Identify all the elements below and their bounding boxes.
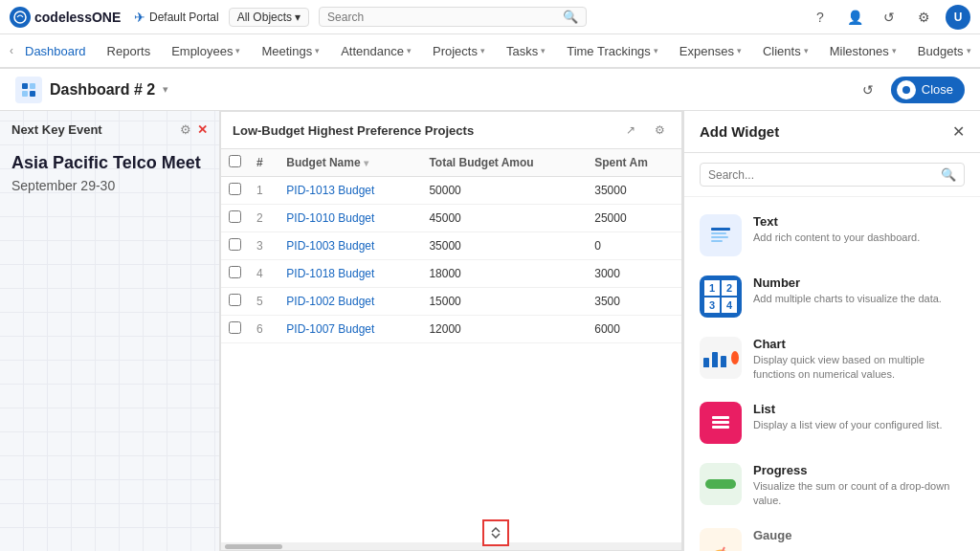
gauge-widget-title: Gauge xyxy=(753,528,791,542)
widget-item-gauge[interactable]: Gauge xyxy=(684,518,980,551)
widget-item-text[interactable]: Text Add rich content to your dashboard. xyxy=(684,205,980,266)
title-chevron-icon[interactable]: ▾ xyxy=(163,83,168,96)
row-checkbox[interactable] xyxy=(229,321,241,334)
table-external-link-icon[interactable]: ↗ xyxy=(620,120,641,141)
svg-rect-4 xyxy=(30,91,35,97)
table-row: 4 PID-1018 Budget 18000 3000 xyxy=(221,260,681,288)
close-panel-button[interactable]: ✕ xyxy=(952,122,965,141)
nav-label-tasks: Tasks xyxy=(506,44,538,58)
scrollbar-thumb[interactable] xyxy=(225,544,282,549)
help-icon[interactable]: ? xyxy=(808,5,833,30)
event-name: Asia Pacific Telco Meet xyxy=(11,152,208,174)
widget-list: Text Add rich content to your dashboard.… xyxy=(684,197,980,551)
widget-item-number[interactable]: 12 34 Number Add multiple charts to visu… xyxy=(684,266,980,327)
nav-item-projects[interactable]: Projects ▾ xyxy=(423,34,495,69)
number-widget-desc: Add multiple charts to visualize the dat… xyxy=(753,292,942,306)
refresh-button[interactable]: ↺ xyxy=(855,77,881,103)
nav-item-expenses[interactable]: Expenses ▾ xyxy=(670,34,751,69)
nav-left-arrow[interactable]: ‹ xyxy=(10,34,13,68)
logo-text: codelessONE xyxy=(34,10,121,25)
widget-item-chart[interactable]: Chart Display quick view based on multip… xyxy=(684,327,980,392)
budget-link[interactable]: PID-1010 Budget xyxy=(286,211,374,225)
logo-icon xyxy=(10,7,31,28)
table-gear-icon[interactable]: ⚙ xyxy=(649,120,670,141)
search-bar[interactable]: 🔍 xyxy=(319,7,587,27)
table-row: 1 PID-1013 Budget 50000 35000 xyxy=(221,177,681,205)
svg-rect-6 xyxy=(711,232,726,234)
row-total: 35000 xyxy=(421,232,587,260)
table-widget-title: Low-Budget Highest Preference Projects xyxy=(233,123,612,138)
row-spent: 35000 xyxy=(587,177,681,205)
nav-item-dashboard[interactable]: Dashboard xyxy=(15,34,96,69)
nav-item-timetrackings[interactable]: Time Trackings ▾ xyxy=(557,34,668,69)
budget-link[interactable]: PID-1013 Budget xyxy=(286,184,374,197)
add-widget-header: Add Widget ✕ xyxy=(684,111,980,153)
row-checkbox[interactable] xyxy=(229,294,241,306)
budget-table: # Budget Name ▾ Total Budget Amou Spent … xyxy=(221,149,681,343)
row-total: 50000 xyxy=(421,177,587,205)
widget-item-progress[interactable]: Progress Visualize the sum or count of a… xyxy=(684,453,980,518)
left-widget-gear-icon[interactable]: ⚙ xyxy=(180,122,191,137)
row-spent: 3000 xyxy=(587,260,681,288)
progress-widget-info: Progress Visualize the sum or count of a… xyxy=(753,463,965,509)
chevron-down-icon: ▾ xyxy=(407,46,412,55)
objects-label: All Objects xyxy=(237,11,292,24)
text-widget-icon xyxy=(700,214,742,256)
user-icon[interactable]: 👤 xyxy=(842,5,867,30)
add-widget-title: Add Widget xyxy=(700,123,779,140)
widget-search-field[interactable] xyxy=(708,168,935,182)
budget-link[interactable]: PID-1007 Budget xyxy=(286,322,374,336)
row-budget-name: PID-1010 Budget xyxy=(278,205,421,232)
avatar[interactable]: U xyxy=(946,5,970,30)
row-num: 2 xyxy=(249,205,278,232)
row-checkbox[interactable] xyxy=(229,183,241,195)
nav-item-clients[interactable]: Clients ▾ xyxy=(753,34,818,69)
budget-link[interactable]: PID-1002 Budget xyxy=(286,295,374,308)
widget-search-input[interactable]: 🔍 xyxy=(700,163,965,187)
widget-item-list[interactable]: List Display a list view of your configu… xyxy=(684,392,980,453)
row-checkbox[interactable] xyxy=(229,238,241,251)
resize-handle[interactable] xyxy=(482,519,509,546)
settings-icon[interactable]: ⚙ xyxy=(911,5,936,30)
history-icon[interactable]: ↺ xyxy=(877,5,902,30)
portal-button[interactable]: ✈ Default Portal xyxy=(134,10,219,25)
widget-search: 🔍 xyxy=(684,153,980,197)
chevron-down-icon: ▾ xyxy=(804,46,809,55)
nav-item-employees[interactable]: Employees ▾ xyxy=(162,34,250,69)
table-widget: Low-Budget Highest Preference Projects ↗… xyxy=(220,111,682,551)
svg-rect-7 xyxy=(711,236,728,238)
chevron-down-icon: ▾ xyxy=(235,46,240,55)
portal-icon: ✈ xyxy=(134,10,145,25)
chart-widget-title: Chart xyxy=(753,337,965,351)
center-panel: Low-Budget Highest Preference Projects ↗… xyxy=(220,111,683,551)
search-icon: 🔍 xyxy=(563,10,578,24)
nav-item-reports[interactable]: Reports xyxy=(98,34,161,69)
close-button[interactable]: Close xyxy=(891,77,965,103)
nav-item-budgets[interactable]: Budgets ▾ xyxy=(908,34,980,69)
svg-rect-1 xyxy=(22,83,28,89)
nav-label-employees: Employees xyxy=(171,44,233,58)
number-grid: 12 34 xyxy=(701,276,741,317)
chevron-down-icon: ▾ xyxy=(967,46,971,55)
search-input[interactable] xyxy=(327,11,563,24)
nav-item-attendance[interactable]: Attendance ▾ xyxy=(331,34,421,69)
table-wrap: # Budget Name ▾ Total Budget Amou Spent … xyxy=(221,149,681,542)
progress-widget-desc: Visualize the sum or count of a drop-dow… xyxy=(753,479,965,509)
horizontal-scrollbar[interactable] xyxy=(221,542,681,550)
nav-item-meetings[interactable]: Meetings ▾ xyxy=(252,34,329,69)
row-checkbox[interactable] xyxy=(229,210,241,223)
budget-link[interactable]: PID-1003 Budget xyxy=(286,239,374,253)
nav-item-milestones[interactable]: Milestones ▾ xyxy=(820,34,906,69)
all-objects-button[interactable]: All Objects ▾ xyxy=(229,8,309,27)
nav-item-tasks[interactable]: Tasks ▾ xyxy=(497,34,555,69)
left-panel: Next Key Event ⚙ ✕ Asia Pacific Telco Me… xyxy=(0,111,220,551)
budget-link[interactable]: PID-1018 Budget xyxy=(286,267,374,280)
select-all-checkbox[interactable] xyxy=(229,155,241,167)
nav-label-projects: Projects xyxy=(433,44,478,58)
left-widget-title: Next Key Event xyxy=(11,122,102,137)
sub-header: Dashboard # 2 ▾ ↺ Close xyxy=(0,69,980,111)
row-total: 18000 xyxy=(421,260,587,288)
left-widget-close-icon[interactable]: ✕ xyxy=(197,122,208,137)
row-spent: 0 xyxy=(587,232,681,260)
row-checkbox[interactable] xyxy=(229,266,241,278)
